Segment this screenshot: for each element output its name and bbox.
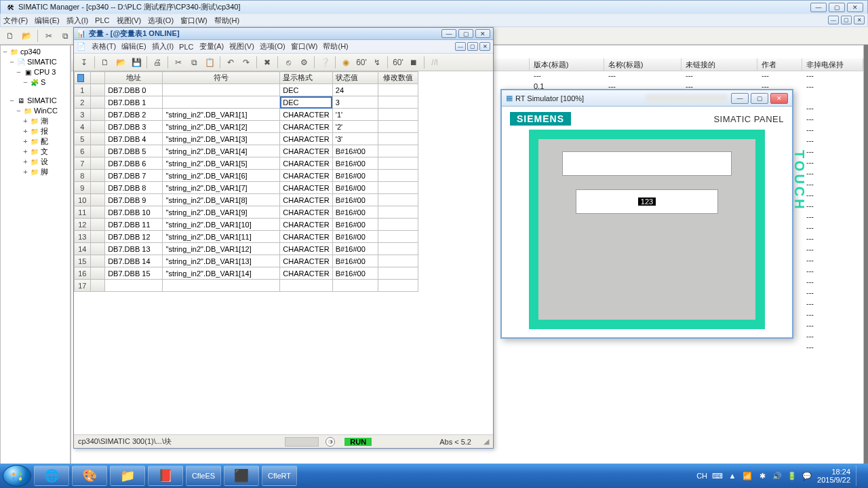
restore-button[interactable]: ▢	[829, 3, 845, 12]
menu-window[interactable]: 窗口(W)	[180, 16, 208, 26]
vt-close[interactable]: ✕	[475, 29, 490, 38]
tree-item[interactable]: +📁报	[2, 126, 68, 136]
vt-tb-monitor2[interactable]: 60'	[391, 55, 406, 70]
tree-item[interactable]: −📁WinCC	[2, 106, 68, 116]
vt-row[interactable]: 3DB7.DBB 2"string_in2".DB_VAR1[1]CHARACT…	[75, 109, 418, 121]
taskbar-button[interactable]: 📁	[110, 466, 145, 486]
taskbar-button[interactable]: CfleRT	[262, 466, 297, 486]
list-col-unlinked[interactable]: 未链接的	[682, 58, 757, 71]
tray-msg-icon[interactable]: 💬	[802, 471, 812, 481]
vt-tb-save[interactable]: 💾	[129, 55, 144, 70]
vt-menu-edit[interactable]: 编辑(E)	[121, 41, 146, 52]
tray-bt-icon[interactable]: ✱	[757, 471, 767, 481]
vt-row[interactable]: 2DB7.DBB 1DEC3	[75, 96, 418, 109]
vt-header[interactable]: 符号	[163, 72, 280, 84]
tree-item[interactable]: −🖥SIMATIC	[2, 96, 68, 106]
vt-tb-redo[interactable]: ↷	[239, 55, 254, 70]
vt-menu-window[interactable]: 窗口(W)	[291, 41, 318, 52]
project-tree[interactable]: −📁cp340−📄SIMATIC−▣CPU 3−🧩S −🖥SIMATIC−📁Wi…	[0, 45, 71, 476]
vt-tb-print[interactable]: 🖨	[150, 55, 165, 70]
vt-tb-new[interactable]: 🗋	[98, 55, 113, 70]
vt-tb-insert-row[interactable]: ↧	[77, 55, 92, 70]
vt-grid[interactable]: 地址符号显示格式状态值修改数值1DB7.DBB 0DEC242DB7.DBB 1…	[74, 71, 493, 434]
hmi-field-2[interactable]: 123	[576, 189, 718, 214]
vt-tb-online[interactable]: ⚙	[296, 55, 311, 70]
rt-close[interactable]: ✕	[770, 93, 788, 104]
vt-tb-cut[interactable]: ✂	[171, 55, 186, 70]
vt-row[interactable]: 9DB7.DBB 8"string_in2".DB_VAR1[7]CHARACT…	[75, 182, 418, 194]
tray-keyboard-icon[interactable]: ⌨	[713, 471, 722, 481]
vt-tb-copy[interactable]: ⧉	[186, 55, 201, 70]
vt-minimize[interactable]: —	[441, 29, 456, 38]
menu-edit[interactable]: 编辑(E)	[35, 16, 60, 26]
taskbar[interactable]: 🌐🎨📁📕CfleES⬛CfleRT CH ⌨ ▲ 📶 ✱ 🔊 🔋 💬 18:24…	[0, 464, 868, 488]
vt-tb-delete[interactable]: ✖	[260, 55, 275, 70]
tray-battery-icon[interactable]: 🔋	[787, 471, 797, 481]
vt-row[interactable]: 13DB7.DBB 12"string_in2".DB_VAR1[11]CHAR…	[75, 231, 418, 243]
tree-item[interactable]: +📁潮	[2, 116, 68, 126]
vt-row[interactable]: 1DB7.DBB 0DEC24	[75, 84, 418, 96]
vt-tb-monitor[interactable]: ◉	[338, 55, 353, 70]
taskbar-button[interactable]: CfleES	[186, 466, 221, 486]
tree-item[interactable]: +📁配	[2, 136, 68, 147]
vt-row[interactable]: 11DB7.DBB 10"string_in2".DB_VAR1[9]CHARA…	[75, 206, 418, 219]
menu-file[interactable]: 文件(F)	[3, 16, 28, 26]
vt-row[interactable]: 6DB7.DBB 5"string_in2".DB_VAR1[4]CHARACT…	[75, 145, 418, 157]
taskbar-button[interactable]: 🌐	[34, 466, 69, 486]
open-icon[interactable]: 📂	[19, 29, 34, 43]
vt-doc-icon[interactable]: 📄	[77, 42, 86, 51]
tree-item[interactable]: −📁cp340	[2, 47, 68, 57]
taskbar-button[interactable]: 🎨	[72, 466, 107, 486]
tree-item[interactable]	[2, 88, 68, 96]
vt-header[interactable]	[90, 72, 105, 84]
tree-item[interactable]: −🧩S	[2, 77, 68, 88]
menu-options[interactable]: 选项(O)	[148, 16, 174, 26]
tree-item[interactable]: −▣CPU 3	[2, 67, 68, 77]
vt-row[interactable]: 8DB7.DBB 7"string_in2".DB_VAR1[6]CHARACT…	[75, 170, 418, 182]
rt-minimize[interactable]: —	[731, 93, 749, 104]
new-icon[interactable]: 🗋	[3, 29, 18, 43]
vt-header[interactable]: 显示格式	[280, 72, 332, 84]
vt-tb-stop[interactable]: ⏹	[406, 55, 421, 70]
close-button[interactable]: ✕	[847, 3, 863, 12]
menu-help[interactable]: 帮助(H)	[214, 16, 239, 26]
vt-row[interactable]: 17	[75, 280, 418, 292]
variable-table-window[interactable]: 📊 变量 - [@变量表1 ONLINE] — ▢ ✕ 📄 表格(T) 编辑(E…	[73, 27, 494, 449]
vt-tb-helpwhat[interactable]: ❔	[317, 55, 332, 70]
list-col-retain[interactable]: 非掉电保持	[802, 58, 863, 71]
copy-icon[interactable]: ⧉	[58, 29, 73, 43]
vt-mdi-close[interactable]: ✕	[479, 42, 490, 51]
taskbar-button[interactable]: ⬛	[224, 466, 259, 486]
tray-sound-icon[interactable]: 🔊	[772, 471, 782, 481]
menu-insert[interactable]: 插入(I)	[66, 16, 88, 26]
rt-simulator-window[interactable]: ▦ RT Simulator [100%] — ▢ ✕ SIEMENS SIMA…	[500, 89, 793, 339]
vt-header[interactable]: 状态值	[332, 72, 378, 84]
vt-tb-monitor-sel[interactable]: 60'	[354, 55, 369, 70]
ime-indicator[interactable]: CH	[696, 472, 707, 480]
cut-icon[interactable]: ✂	[41, 29, 56, 43]
vt-tb-goto[interactable]: ⎋	[281, 55, 296, 70]
list-col-name[interactable]: 名称(标题)	[604, 58, 682, 71]
vt-menu-options[interactable]: 选项(O)	[260, 41, 285, 52]
vt-menu-table[interactable]: 表格(T)	[92, 41, 116, 52]
tree-item[interactable]: +📁文	[2, 147, 68, 157]
tray-network-icon[interactable]: 📶	[743, 471, 752, 481]
vt-row[interactable]: 10DB7.DBB 9"string_in2".DB_VAR1[8]CHARAC…	[75, 194, 418, 206]
vt-mdi-min[interactable]: —	[455, 42, 466, 51]
vt-menu-variable[interactable]: 变量(A)	[199, 41, 224, 52]
vt-row[interactable]: 12DB7.DBB 11"string_in2".DB_VAR1[10]CHAR…	[75, 219, 418, 231]
list-col-author[interactable]: 作者	[757, 58, 802, 71]
rt-titlebar[interactable]: ▦ RT Simulator [100%] — ▢ ✕	[502, 90, 792, 107]
vt-tb-modify[interactable]: ↯	[370, 55, 384, 70]
vt-header[interactable]: 地址	[105, 72, 163, 84]
vt-row[interactable]: 5DB7.DBB 4"string_in2".DB_VAR1[3]CHARACT…	[75, 133, 418, 145]
vt-menu-view[interactable]: 视图(V)	[229, 41, 254, 52]
vt-menu-insert[interactable]: 插入(I)	[152, 41, 174, 52]
hmi-field-1[interactable]	[562, 151, 732, 176]
vt-row[interactable]: 16DB7.DBB 15"string_in2".DB_VAR1[14]CHAR…	[75, 267, 418, 280]
vt-menu-plc[interactable]: PLC	[179, 43, 193, 51]
minimize-button[interactable]: —	[810, 3, 827, 12]
mdi-minimize[interactable]: —	[828, 16, 839, 24]
taskbar-button[interactable]: 📕	[148, 466, 183, 486]
tray-flag-icon[interactable]: ▲	[728, 471, 737, 481]
